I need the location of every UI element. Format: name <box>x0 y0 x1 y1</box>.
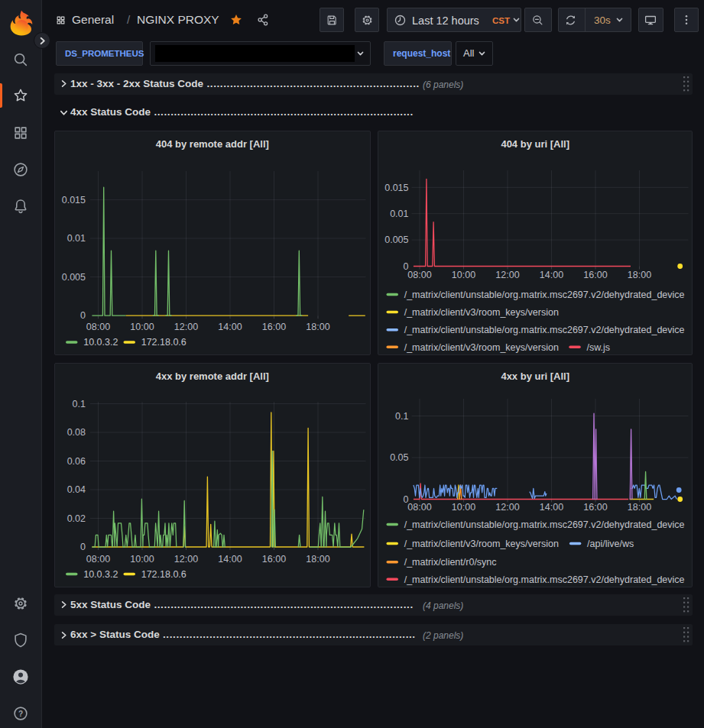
svg-text:4xx by remote addr [All]: 4xx by remote addr [All] <box>156 370 269 382</box>
svg-text:0.05: 0.05 <box>390 452 408 463</box>
svg-text:0.02: 0.02 <box>67 513 86 523</box>
svg-text:0.01: 0.01 <box>67 233 86 244</box>
svg-text:0.015: 0.015 <box>384 182 408 193</box>
svg-text:10:00: 10:00 <box>451 270 475 280</box>
svg-text:172.18.0.6: 172.18.0.6 <box>141 337 187 348</box>
svg-text:172.18.0.6: 172.18.0.6 <box>141 568 187 579</box>
svg-text:0.01: 0.01 <box>390 208 408 218</box>
svg-text:08:00: 08:00 <box>407 501 431 512</box>
svg-text:/_matrix/client/v3/room_keys/v: /_matrix/client/v3/room_keys/version <box>404 341 558 352</box>
svg-text:12:00: 12:00 <box>174 553 198 564</box>
svg-text:10:00: 10:00 <box>130 321 154 332</box>
svg-text:10.0.3.2: 10.0.3.2 <box>83 568 118 579</box>
svg-text:0.1: 0.1 <box>395 410 408 421</box>
svg-text:/_matrix/client/v3/room_keys/v: /_matrix/client/v3/room_keys/version <box>404 306 558 317</box>
svg-text:12:00: 12:00 <box>174 321 198 332</box>
svg-text:0.005: 0.005 <box>384 235 408 245</box>
svg-text:/_matrix/client/unstable/org.m: /_matrix/client/unstable/org.matrix.msc2… <box>404 289 684 299</box>
svg-text:0.08: 0.08 <box>67 427 86 438</box>
svg-text:18:00: 18:00 <box>306 553 329 564</box>
svg-text:0.04: 0.04 <box>67 484 86 495</box>
svg-text:14:00: 14:00 <box>539 501 563 512</box>
svg-text:/sw.js: /sw.js <box>586 341 610 352</box>
svg-text:14:00: 14:00 <box>539 270 563 280</box>
svg-text:/_matrix/client/v3/room_keys/v: /_matrix/client/v3/room_keys/version <box>404 538 558 548</box>
svg-text:16:00: 16:00 <box>583 270 607 280</box>
svg-text:404 by uri [All]: 404 by uri [All] <box>501 138 569 150</box>
svg-text:/_matrix/client/unstable/org.m: /_matrix/client/unstable/org.matrix.msc2… <box>404 574 684 584</box>
svg-text:/_matrix/client/unstable/org.m: /_matrix/client/unstable/org.matrix.msc2… <box>404 519 684 529</box>
svg-text:/_matrix/client/unstable/org.m: /_matrix/client/unstable/org.matrix.msc2… <box>404 325 684 335</box>
svg-text:14:00: 14:00 <box>218 553 242 564</box>
svg-text:0.005: 0.005 <box>62 271 86 282</box>
svg-text:0.015: 0.015 <box>62 194 86 205</box>
svg-text:18:00: 18:00 <box>627 270 650 280</box>
svg-text:08:00: 08:00 <box>86 553 110 564</box>
svg-text:?: ? <box>18 710 23 718</box>
svg-text:0.06: 0.06 <box>67 455 86 466</box>
svg-text:12:00: 12:00 <box>495 501 519 512</box>
svg-text:10:00: 10:00 <box>451 501 475 512</box>
svg-text:10.0.3.2: 10.0.3.2 <box>83 337 118 348</box>
svg-text:08:00: 08:00 <box>407 270 431 280</box>
svg-text:18:00: 18:00 <box>306 321 329 332</box>
svg-text:16:00: 16:00 <box>583 501 607 512</box>
svg-text:0: 0 <box>80 310 86 321</box>
svg-text:4xx by uri [All]: 4xx by uri [All] <box>501 370 569 382</box>
svg-text:404 by remote addr [All]: 404 by remote addr [All] <box>156 138 269 150</box>
svg-text:/_matrix/client/r0/sync: /_matrix/client/r0/sync <box>404 557 496 568</box>
svg-text:10:00: 10:00 <box>130 553 154 564</box>
svg-text:16:00: 16:00 <box>262 553 286 564</box>
svg-text:0: 0 <box>80 542 86 552</box>
svg-text:16:00: 16:00 <box>262 321 286 332</box>
svg-text:08:00: 08:00 <box>86 321 110 332</box>
svg-text:14:00: 14:00 <box>218 321 242 332</box>
svg-text:/api/live/ws: /api/live/ws <box>587 538 634 548</box>
svg-text:12:00: 12:00 <box>495 270 519 280</box>
svg-text:0.1: 0.1 <box>73 398 86 409</box>
svg-text:18:00: 18:00 <box>627 501 650 512</box>
